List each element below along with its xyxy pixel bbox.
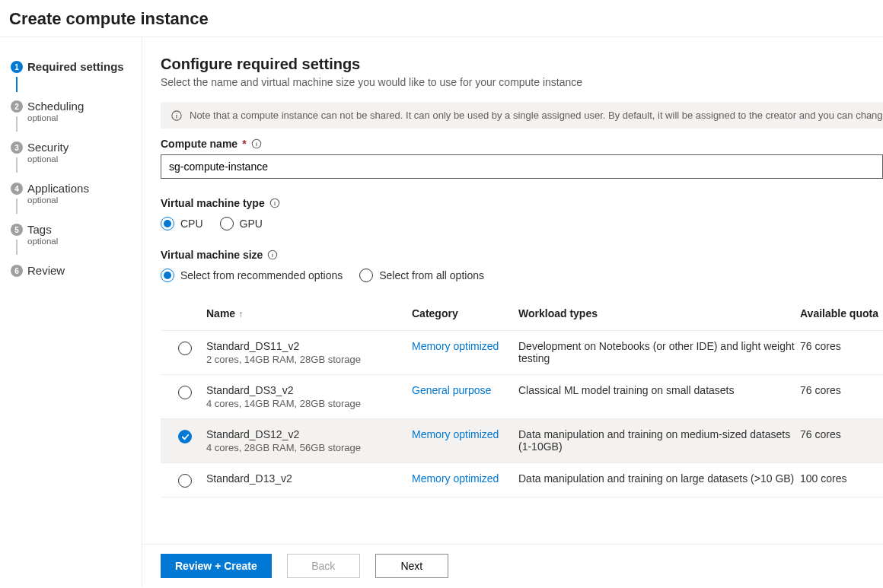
step-connector [16,77,18,92]
step-sublabel: optional [27,113,142,122]
step-label: Required settings [27,59,142,75]
wizard-step-review[interactable]: 6Review [0,262,142,285]
compute-name-input[interactable] [161,154,883,179]
col-workload[interactable]: Workload types [518,307,800,319]
step-label: Security [27,139,142,156]
col-category[interactable]: Category [412,307,518,319]
info-icon[interactable] [267,250,278,260]
table-row[interactable]: Standard_DS12_v24 cores, 28GB RAM, 56GB … [161,419,883,463]
step-sublabel: optional [27,237,142,246]
vm-type-block: Virtual machine type CPU GPU [161,197,883,230]
vm-size-all-radio[interactable]: Select from all options [359,269,484,282]
svg-point-11 [273,253,273,253]
page-title: Create compute instance [9,9,883,29]
vm-specs: 4 cores, 14GB RAM, 28GB storage [206,398,412,409]
vm-category[interactable]: General purpose [412,384,518,396]
vm-name: Standard_DS3_v2 [206,384,412,396]
col-quota[interactable]: Available quota [800,307,883,319]
table-row[interactable]: Standard_DS3_v24 cores, 14GB RAM, 28GB s… [161,375,883,419]
wizard-step-required-settings[interactable]: 1Required settings [0,59,142,81]
vm-quota: 100 cores [800,472,883,485]
radio-icon [359,269,373,282]
step-connector [16,157,18,173]
vm-name: Standard_D13_v2 [206,472,412,485]
vm-category[interactable]: Memory optimized [412,428,518,440]
section-subtitle: Select the name and virtual machine size… [161,76,883,88]
step-connector [16,116,18,132]
vm-quota: 76 cores [800,384,883,396]
wizard-step-applications[interactable]: 4Applicationsoptional [0,180,142,205]
vm-quota: 76 cores [800,340,883,352]
required-indicator: * [242,138,246,150]
step-connector [16,199,18,214]
radio-icon [161,217,174,230]
vm-specs: 4 cores, 28GB RAM, 56GB storage [206,442,412,453]
step-label: Applications [27,180,142,197]
info-icon[interactable] [269,198,280,208]
vm-name: Standard_DS12_v2 [206,428,412,440]
selected-check-icon [178,430,192,443]
step-sublabel: optional [27,154,142,164]
vm-type-gpu-radio[interactable]: GPU [220,217,263,230]
step-number-icon: 5 [11,224,23,236]
wizard-footer: Review + Create Back Next [142,544,883,587]
vm-category[interactable]: Memory optimized [412,472,518,485]
table-row[interactable]: Standard_D13_v2Memory optimizedData mani… [161,463,883,497]
wizard-step-scheduling[interactable]: 2Schedulingoptional [0,98,142,122]
step-label: Review [27,262,142,279]
vm-size-block: Virtual machine size Select from recomme… [161,249,883,282]
unselected-radio-icon [178,474,192,488]
vm-workload: Classical ML model training on small dat… [518,384,800,396]
vm-workload: Data manipulation and training on medium… [518,428,800,453]
step-number-icon: 3 [11,141,23,154]
vm-size-table: Name↑ Category Workload types Available … [161,299,883,497]
back-button[interactable]: Back [287,554,360,578]
vm-type-label: Virtual machine type [161,197,883,209]
section-title: Configure required settings [161,56,883,73]
vm-workload: Data manipulation and training on large … [518,472,800,485]
step-number-icon: 6 [11,265,23,277]
radio-icon [220,217,234,230]
review-create-button[interactable]: Review + Create [161,554,272,578]
info-icon [171,110,182,121]
svg-point-5 [256,141,257,142]
compute-name-block: Compute name * [161,138,883,179]
info-banner-text: Note that a compute instance can not be … [190,110,883,121]
step-number-icon: 1 [11,61,23,73]
vm-quota: 76 cores [800,428,883,440]
unselected-radio-icon [178,342,192,355]
next-button[interactable]: Next [375,554,448,578]
vm-name: Standard_DS11_v2 [206,340,412,352]
vm-size-label: Virtual machine size [161,249,883,261]
radio-icon [161,269,174,282]
step-label: Scheduling [27,98,142,115]
vm-size-recommended-radio[interactable]: Select from recommended options [161,269,343,282]
wizard-step-security[interactable]: 3Securityoptional [0,139,142,164]
sort-ascending-icon: ↑ [238,309,243,319]
vm-specs: 2 cores, 14GB RAM, 28GB storage [206,354,412,365]
step-connector [16,240,18,255]
step-label: Tags [27,221,142,238]
step-number-icon: 4 [11,183,23,195]
main-panel: Configure required settings Select the n… [142,37,883,587]
step-number-icon: 2 [11,100,23,113]
info-icon[interactable] [251,138,262,149]
svg-point-8 [274,201,275,202]
col-name[interactable]: Name↑ [206,307,412,319]
svg-point-2 [177,113,177,113]
unselected-radio-icon [178,386,192,399]
wizard-sidebar: 1Required settings2Schedulingoptional3Se… [0,37,142,587]
vm-type-cpu-radio[interactable]: CPU [161,217,203,230]
vm-category[interactable]: Memory optimized [412,340,518,352]
compute-name-label: Compute name * [161,138,883,150]
wizard-step-tags[interactable]: 5Tagsoptional [0,221,142,246]
page-header: Create compute instance [0,0,883,37]
table-header: Name↑ Category Workload types Available … [161,300,883,331]
info-banner: Note that a compute instance can not be … [161,102,883,129]
table-row[interactable]: Standard_DS11_v22 cores, 14GB RAM, 28GB … [161,331,883,375]
vm-workload: Development on Notebooks (or other IDE) … [518,340,800,364]
